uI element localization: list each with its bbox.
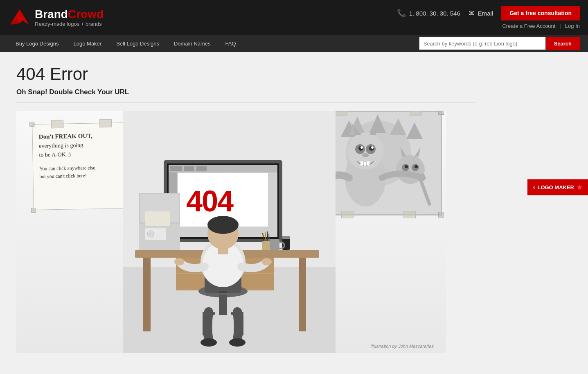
svg-point-83 [174, 258, 184, 265]
svg-point-86 [229, 338, 246, 347]
tape-right [99, 119, 112, 128]
svg-point-85 [201, 338, 217, 347]
svg-text:404: 404 [186, 185, 234, 218]
svg-rect-71 [219, 295, 227, 315]
phone-icon: 📞 [397, 9, 406, 18]
top-right: 📞 1. 800. 30. 30. 546 ✉ Email Get a free… [397, 6, 580, 29]
error-title: 404 Error [16, 64, 475, 84]
logo-maker-tab-icon: ★ [577, 183, 582, 191]
svg-rect-87 [262, 241, 270, 250]
svg-point-18 [360, 146, 363, 149]
note-line1: Don't FREAK OUT, [39, 130, 120, 141]
nav-domain-names[interactable]: Domain Names [167, 35, 218, 52]
email-area: ✉ Email [469, 9, 493, 18]
chevron-left-icon: ‹ [533, 184, 535, 190]
svg-rect-41 [170, 166, 182, 171]
logo-area: BrandCrowd Ready-made logos + brands [8, 6, 104, 29]
consultation-button[interactable]: Get a free consultation [501, 6, 580, 20]
svg-point-19 [371, 146, 374, 149]
monster-tape4 [403, 211, 416, 218]
monster-tape2 [410, 111, 422, 116]
svg-point-81 [207, 216, 239, 234]
phone-area: 📞 1. 800. 30. 30. 546 [397, 9, 460, 18]
email-label: Email [478, 10, 493, 17]
illustration-wrapper: Don't FREAK OUT, everything is going to … [16, 111, 446, 353]
note-line3: to be A-OK ;) [39, 150, 120, 160]
svg-rect-77 [219, 291, 227, 293]
top-bar: BrandCrowd Ready-made logos + brands 📞 1… [0, 0, 588, 35]
monster-tape1 [335, 111, 347, 116]
monster-tape3 [341, 211, 354, 218]
tape-left [51, 120, 63, 129]
email-icon: ✉ [469, 9, 475, 18]
logo-text: BrandCrowd Ready-made logos + brands [35, 8, 104, 27]
nav-logo-maker[interactable]: Logo Maker [66, 35, 109, 52]
svg-point-30 [415, 165, 418, 168]
search-button[interactable]: Search [546, 37, 580, 50]
search-area: Search [419, 37, 580, 50]
main-scene-svg: 404 [123, 111, 336, 353]
logo-maker-tab-label: LOGO MAKER [537, 184, 574, 190]
brand-logo-icon [8, 6, 31, 29]
divider: | [559, 23, 561, 29]
svg-point-84 [262, 258, 272, 265]
svg-rect-82 [218, 246, 228, 254]
svg-line-91 [269, 234, 269, 241]
svg-rect-42 [184, 166, 194, 171]
main-content: 404 Error Oh Snap! Double Check Your URL… [0, 52, 491, 365]
illustration-bg: Don't FREAK OUT, everything is going to … [16, 111, 446, 353]
svg-point-20 [362, 153, 369, 157]
corner-bl [31, 208, 36, 213]
nav-faq[interactable]: FAQ [218, 35, 243, 52]
log-in-link[interactable]: Log In [565, 23, 580, 29]
svg-rect-23 [367, 161, 369, 165]
mfc-tr [438, 111, 444, 115]
error-subtitle: Oh Snap! Double Check Your URL [16, 88, 475, 103]
svg-rect-48 [143, 258, 151, 331]
tagline: Ready-made logos + brands [35, 21, 104, 27]
svg-rect-22 [364, 162, 366, 166]
svg-rect-67 [282, 236, 290, 239]
nav-buy-logo[interactable]: Buy Logo Designs [8, 35, 66, 52]
brand-name: BrandCrowd [35, 8, 104, 21]
svg-rect-21 [360, 161, 363, 165]
top-right-top: 📞 1. 800. 30. 30. 546 ✉ Email Get a free… [397, 6, 580, 20]
corner-tl [29, 122, 34, 127]
svg-rect-62 [145, 211, 170, 226]
nav-bar: Buy Logo Designs Logo Maker Sell Logo De… [0, 35, 588, 52]
create-account-link[interactable]: Create a Free Account [502, 23, 555, 29]
svg-rect-49 [299, 258, 306, 331]
nav-sell-logo[interactable]: Sell Logo Designs [109, 35, 167, 52]
search-input[interactable] [419, 37, 546, 50]
attribution: Illustration by John Mascareñas [370, 344, 434, 349]
logo-maker-tab[interactable]: ‹ LOGO MAKER ★ [527, 179, 588, 195]
svg-point-29 [405, 165, 408, 168]
top-right-bottom: Create a Free Account | Log In [502, 23, 580, 29]
svg-text:♡: ♡ [149, 233, 152, 236]
phone-number: 1. 800. 30. 30. 546 [409, 10, 460, 17]
nav-links: Buy Logo Designs Logo Maker Sell Logo De… [8, 35, 419, 52]
sketch-note: Don't FREAK OUT, everything is going to … [32, 122, 128, 210]
note-line5: but you can't click here! [39, 171, 120, 181]
mfc-br [438, 212, 444, 218]
svg-rect-43 [196, 166, 207, 171]
